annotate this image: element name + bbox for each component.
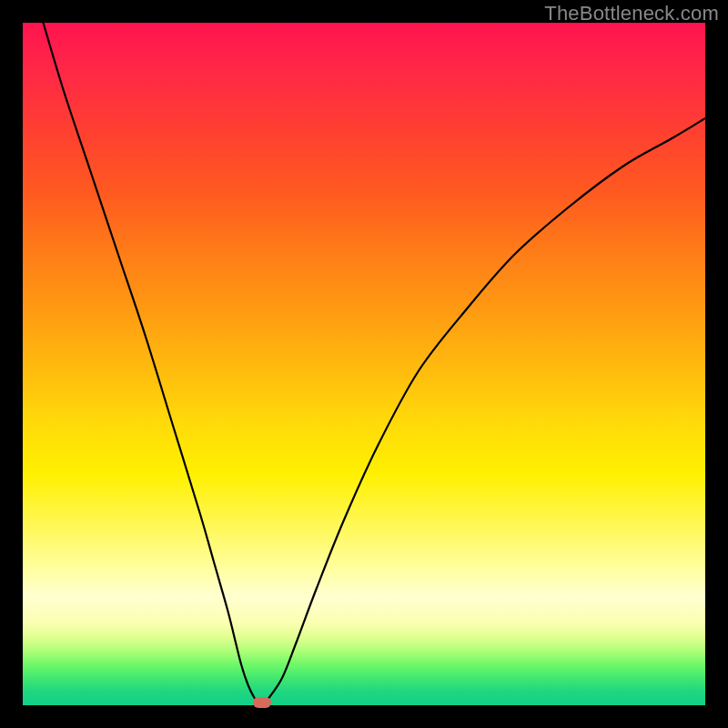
minimum-marker	[253, 697, 271, 708]
watermark-text: TheBottleneck.com	[544, 2, 719, 25]
plot-gradient-background	[23, 23, 705, 705]
chart-container: TheBottleneck.com	[0, 0, 728, 728]
